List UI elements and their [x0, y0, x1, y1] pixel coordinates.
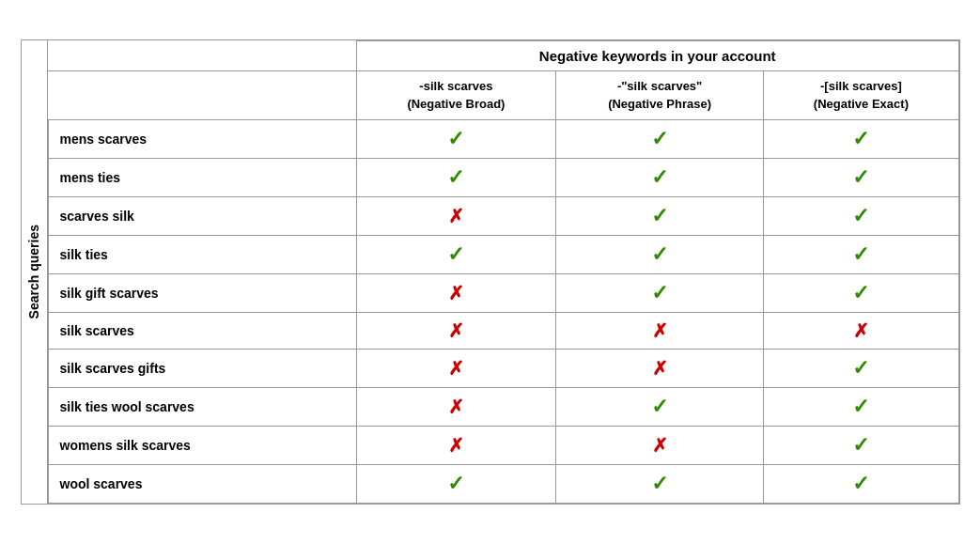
cell-5-1: ✗ [555, 312, 763, 349]
side-label: Search queries [26, 225, 41, 319]
check-icon: ✓ [651, 127, 668, 150]
cell-0-2: ✓ [764, 119, 958, 158]
cell-9-1: ✓ [555, 464, 763, 503]
check-icon: ✓ [852, 433, 869, 457]
cross-icon: ✗ [448, 435, 464, 456]
cell-3-0: ✓ [356, 235, 555, 273]
cell-4-1: ✓ [555, 273, 763, 312]
table-row: silk gift scarves✗✓✓ [48, 273, 958, 312]
query-cell: silk scarves gifts [48, 349, 356, 387]
table-row: mens scarves✓✓✓ [48, 119, 958, 158]
cell-2-0: ✗ [356, 196, 555, 235]
table-row: silk scarves gifts✗✗✓ [48, 349, 958, 387]
cell-5-0: ✗ [356, 312, 555, 349]
col1-header: -silk scarves (Negative Broad) [356, 71, 555, 119]
main-header: Negative keywords in your account [356, 41, 958, 71]
cross-icon: ✗ [448, 320, 464, 341]
query-cell: silk ties [48, 235, 356, 273]
cell-7-0: ✗ [356, 387, 555, 426]
cross-icon: ✗ [652, 435, 668, 456]
table-row: silk ties wool scarves✗✓✓ [48, 387, 958, 426]
cell-5-2: ✗ [764, 312, 958, 349]
check-icon: ✓ [447, 127, 464, 150]
table-row: womens silk scarves✗✗✓ [48, 426, 958, 464]
main-table-wrapper: Search queries Negative keywords in your… [21, 39, 960, 504]
cell-4-2: ✓ [764, 273, 958, 312]
cell-7-1: ✓ [555, 387, 763, 426]
cross-icon: ✗ [448, 206, 464, 226]
check-icon: ✓ [852, 472, 869, 495]
check-icon: ✓ [651, 204, 668, 227]
cell-4-0: ✗ [356, 273, 555, 312]
corner-cell-2 [48, 71, 356, 119]
check-icon: ✓ [651, 242, 668, 266]
check-icon: ✓ [651, 281, 668, 304]
check-icon: ✓ [852, 204, 869, 227]
corner-cell [48, 41, 356, 71]
cell-3-1: ✓ [555, 235, 763, 273]
cell-9-2: ✓ [764, 464, 958, 503]
query-cell: silk ties wool scarves [48, 387, 356, 426]
cell-9-0: ✓ [356, 464, 555, 503]
cell-7-2: ✓ [764, 387, 958, 426]
cell-2-2: ✓ [764, 196, 958, 235]
table-row: scarves silk✗✓✓ [48, 196, 958, 235]
check-icon: ✓ [651, 472, 668, 495]
table-row: silk ties✓✓✓ [48, 235, 958, 273]
check-icon: ✓ [852, 281, 869, 304]
check-icon: ✓ [852, 127, 869, 150]
col2-header: -"silk scarves" (Negative Phrase) [555, 71, 763, 119]
cell-6-2: ✓ [764, 349, 958, 387]
check-icon: ✓ [852, 395, 869, 418]
check-icon: ✓ [447, 242, 464, 266]
cell-8-0: ✗ [356, 426, 555, 464]
cross-icon: ✗ [448, 283, 464, 303]
cell-0-1: ✓ [555, 119, 763, 158]
table-row: wool scarves✓✓✓ [48, 464, 958, 503]
check-icon: ✓ [852, 356, 869, 380]
query-cell: scarves silk [48, 196, 356, 235]
comparison-table: Negative keywords in your account -silk … [48, 40, 959, 503]
table-row: mens ties✓✓✓ [48, 158, 958, 196]
side-label-container: Search queries [22, 40, 48, 503]
cross-icon: ✗ [652, 320, 668, 341]
cell-0-0: ✓ [356, 119, 555, 158]
cell-6-0: ✗ [356, 349, 555, 387]
check-icon: ✓ [447, 472, 464, 495]
cell-1-2: ✓ [764, 158, 958, 196]
check-icon: ✓ [447, 165, 464, 189]
query-cell: womens silk scarves [48, 426, 356, 464]
cell-8-2: ✓ [764, 426, 958, 464]
cell-1-1: ✓ [555, 158, 763, 196]
cell-8-1: ✗ [555, 426, 763, 464]
query-cell: mens ties [48, 158, 356, 196]
col3-header: -[silk scarves] (Negative Exact) [764, 71, 958, 119]
check-icon: ✓ [651, 165, 668, 189]
check-icon: ✓ [651, 395, 668, 418]
cell-6-1: ✗ [555, 349, 763, 387]
query-cell: silk scarves [48, 312, 356, 349]
check-icon: ✓ [852, 165, 869, 189]
query-cell: mens scarves [48, 119, 356, 158]
query-cell: wool scarves [48, 464, 356, 503]
cross-icon: ✗ [448, 358, 464, 379]
cell-2-1: ✓ [555, 196, 763, 235]
table-row: silk scarves✗✗✗ [48, 312, 958, 349]
cell-1-0: ✓ [356, 158, 555, 196]
cross-icon: ✗ [448, 396, 464, 417]
cell-3-2: ✓ [764, 235, 958, 273]
cross-icon: ✗ [652, 358, 668, 379]
cross-icon: ✗ [853, 320, 869, 341]
query-cell: silk gift scarves [48, 273, 356, 312]
check-icon: ✓ [852, 242, 869, 266]
